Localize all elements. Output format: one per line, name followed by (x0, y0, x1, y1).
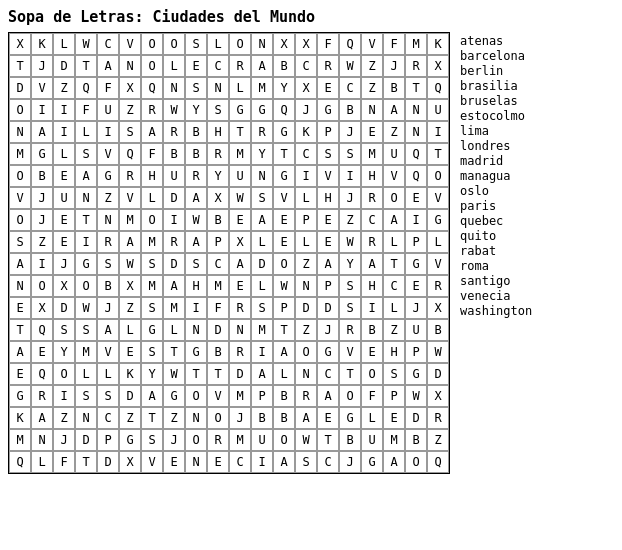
cell-7-14: H (317, 187, 339, 209)
cell-19-4: D (97, 451, 119, 473)
cell-14-3: M (75, 341, 97, 363)
cell-0-2: L (53, 33, 75, 55)
cell-14-11: I (251, 341, 273, 363)
cell-17-3: N (75, 407, 97, 429)
cell-7-1: J (31, 187, 53, 209)
word-item-16: santigo (460, 274, 540, 288)
word-item-10: oslo (460, 184, 540, 198)
cell-1-5: N (119, 55, 141, 77)
cell-7-7: D (163, 187, 185, 209)
cell-15-14: C (317, 363, 339, 385)
cell-18-2: J (53, 429, 75, 451)
cell-3-2: I (53, 99, 75, 121)
cell-10-17: T (383, 253, 405, 275)
cell-9-5: A (119, 231, 141, 253)
cell-3-11: G (251, 99, 273, 121)
cell-15-15: T (339, 363, 361, 385)
cell-0-1: K (31, 33, 53, 55)
cell-3-4: U (97, 99, 119, 121)
cell-1-4: A (97, 55, 119, 77)
cell-9-15: W (339, 231, 361, 253)
cell-3-3: F (75, 99, 97, 121)
cell-15-2: O (53, 363, 75, 385)
cell-18-5: G (119, 429, 141, 451)
cell-6-11: N (251, 165, 273, 187)
cell-9-4: R (97, 231, 119, 253)
cell-7-18: E (405, 187, 427, 209)
cell-4-15: J (339, 121, 361, 143)
cell-2-15: C (339, 77, 361, 99)
cell-2-11: M (251, 77, 273, 99)
cell-3-0: O (9, 99, 31, 121)
cell-12-11: S (251, 297, 273, 319)
cell-15-11: A (251, 363, 273, 385)
cell-2-0: D (9, 77, 31, 99)
cell-18-16: U (361, 429, 383, 451)
cell-6-0: O (9, 165, 31, 187)
cell-5-19: T (427, 143, 449, 165)
cell-6-10: U (229, 165, 251, 187)
cell-17-18: D (405, 407, 427, 429)
cell-5-8: B (185, 143, 207, 165)
cell-12-19: X (427, 297, 449, 319)
cell-13-5: L (119, 319, 141, 341)
cell-6-1: B (31, 165, 53, 187)
cell-12-13: D (295, 297, 317, 319)
cell-5-15: S (339, 143, 361, 165)
cell-4-11: R (251, 121, 273, 143)
cell-18-0: M (9, 429, 31, 451)
cell-6-19: O (427, 165, 449, 187)
word-item-12: quebec (460, 214, 540, 228)
cell-14-15: V (339, 341, 361, 363)
cell-8-14: E (317, 209, 339, 231)
cell-5-9: R (207, 143, 229, 165)
cell-14-9: B (207, 341, 229, 363)
cell-2-10: L (229, 77, 251, 99)
cell-18-6: S (141, 429, 163, 451)
cell-4-17: Z (383, 121, 405, 143)
cell-18-15: B (339, 429, 361, 451)
cell-19-18: O (405, 451, 427, 473)
cell-19-10: C (229, 451, 251, 473)
cell-2-17: B (383, 77, 405, 99)
cell-11-9: M (207, 275, 229, 297)
cell-6-8: R (185, 165, 207, 187)
cell-11-7: A (163, 275, 185, 297)
cell-13-17: Z (383, 319, 405, 341)
cell-1-18: R (405, 55, 427, 77)
cell-15-4: L (97, 363, 119, 385)
cell-17-14: E (317, 407, 339, 429)
cell-12-8: I (185, 297, 207, 319)
cell-12-14: D (317, 297, 339, 319)
cell-14-12: A (273, 341, 295, 363)
cell-3-8: Y (185, 99, 207, 121)
word-item-17: venecia (460, 289, 540, 303)
cell-19-3: T (75, 451, 97, 473)
cell-6-12: G (273, 165, 295, 187)
cell-0-12: X (273, 33, 295, 55)
cell-6-14: V (317, 165, 339, 187)
cell-15-5: K (119, 363, 141, 385)
cell-8-12: E (273, 209, 295, 231)
cell-15-16: O (361, 363, 383, 385)
cell-3-6: R (141, 99, 163, 121)
cell-18-1: N (31, 429, 53, 451)
cell-17-0: K (9, 407, 31, 429)
cell-11-10: E (229, 275, 251, 297)
cell-1-3: T (75, 55, 97, 77)
cell-12-16: I (361, 297, 383, 319)
cell-8-3: T (75, 209, 97, 231)
cell-0-5: V (119, 33, 141, 55)
cell-4-13: K (295, 121, 317, 143)
cell-8-0: O (9, 209, 31, 231)
cell-2-18: T (405, 77, 427, 99)
cell-4-4: I (97, 121, 119, 143)
cell-16-12: B (273, 385, 295, 407)
cell-8-4: N (97, 209, 119, 231)
cell-14-19: W (427, 341, 449, 363)
cell-4-1: A (31, 121, 53, 143)
cell-15-9: T (207, 363, 229, 385)
cell-6-7: U (163, 165, 185, 187)
cell-1-13: C (295, 55, 317, 77)
cell-18-19: Z (427, 429, 449, 451)
